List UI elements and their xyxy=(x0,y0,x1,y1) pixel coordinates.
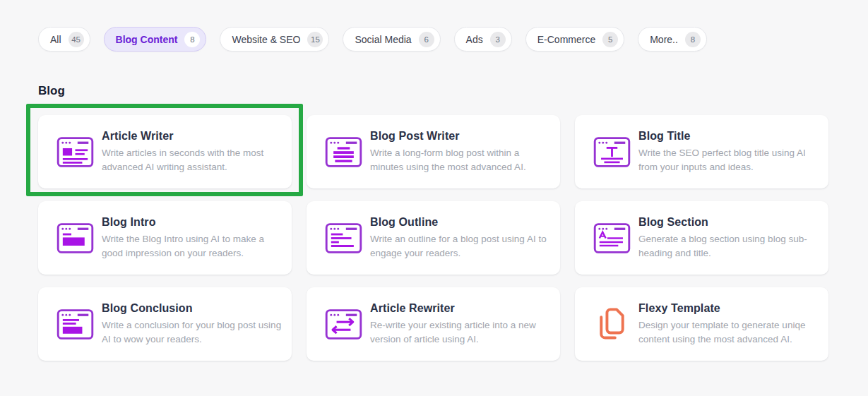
flexy-template-icon xyxy=(593,306,631,342)
card-flexy-template[interactable]: Flexy Template Design your template to g… xyxy=(575,287,828,361)
tab-ecommerce[interactable]: E-Commerce 5 xyxy=(525,27,624,52)
card-article-writer[interactable]: Article Writer Write articles in seconds… xyxy=(38,115,292,188)
tab-label: Social Media xyxy=(355,34,411,45)
tab-label: Website & SEO xyxy=(232,34,300,45)
card-description: Re-write your existing article into a ne… xyxy=(370,318,555,347)
card-description: Write the Blog Intro using AI to make a … xyxy=(102,232,287,260)
tab-label: Blog Content xyxy=(116,34,178,45)
card-text: Blog Post Writer Write a long-form blog … xyxy=(370,130,555,174)
section-heading-blog: Blog xyxy=(38,84,65,98)
tab-website-seo[interactable]: Website & SEO 15 xyxy=(220,27,329,52)
tab-label: All xyxy=(50,34,61,45)
card-description: Write the SEO perfect blog title using A… xyxy=(638,146,824,174)
card-blog-title[interactable]: Blog Title Write the SEO perfect blog ti… xyxy=(575,115,828,188)
card-title: Blog Title xyxy=(638,130,824,143)
blog-conclusion-icon xyxy=(57,308,94,341)
card-title: Blog Intro xyxy=(102,216,287,229)
tab-more[interactable]: More.. 8 xyxy=(638,27,707,52)
card-blog-section[interactable]: Blog Section Generate a blog section usi… xyxy=(575,201,828,275)
tab-count-badge: 5 xyxy=(602,32,618,47)
card-article-rewriter[interactable]: Article Rewriter Re-write your existing … xyxy=(307,287,560,361)
tab-count-badge: 6 xyxy=(419,32,434,47)
tab-social-media[interactable]: Social Media 6 xyxy=(343,27,440,52)
tool-card-grid: Article Writer Write articles in seconds… xyxy=(38,115,828,361)
tab-ads[interactable]: Ads 3 xyxy=(454,27,512,52)
article-rewriter-icon xyxy=(325,308,362,341)
card-text: Article Rewriter Re-write your existing … xyxy=(370,302,555,347)
card-title: Blog Section xyxy=(638,216,824,229)
card-blog-intro[interactable]: Blog Intro Write the Blog Intro using AI… xyxy=(38,201,292,275)
card-title: Blog Conclusion xyxy=(102,302,287,315)
card-description: Write a long-form blog post within a min… xyxy=(370,146,555,174)
card-text: Blog Intro Write the Blog Intro using AI… xyxy=(102,216,287,260)
card-text: Blog Conclusion Write a conclusion for y… xyxy=(102,302,287,347)
card-text: Blog Outline Write an outline for a blog… xyxy=(370,216,555,260)
blog-post-writer-icon xyxy=(325,136,362,169)
tab-count-badge: 3 xyxy=(490,32,506,47)
card-text: Blog Section Generate a blog section usi… xyxy=(638,216,824,260)
card-text: Flexy Template Design your template to g… xyxy=(638,302,824,347)
article-writer-icon xyxy=(57,136,94,169)
card-text: Article Writer Write articles in seconds… xyxy=(102,130,287,174)
card-description: Generate a blog section using blog sub-h… xyxy=(638,232,824,260)
blog-section-icon xyxy=(593,222,631,255)
blog-title-icon xyxy=(593,136,631,169)
tab-label: Ads xyxy=(466,34,483,45)
tab-label: E-Commerce xyxy=(537,34,595,45)
tab-count-badge: 8 xyxy=(184,32,200,47)
card-description: Write articles in seconds with the most … xyxy=(102,146,287,174)
blog-outline-icon xyxy=(325,222,362,255)
tab-count-badge: 15 xyxy=(307,32,323,47)
card-blog-post-writer[interactable]: Blog Post Writer Write a long-form blog … xyxy=(307,115,560,188)
tab-all[interactable]: All 45 xyxy=(38,27,90,52)
card-title: Blog Outline xyxy=(370,216,555,229)
tab-label: More.. xyxy=(650,34,678,45)
card-blog-conclusion[interactable]: Blog Conclusion Write a conclusion for y… xyxy=(38,287,292,361)
blog-intro-icon xyxy=(57,222,94,255)
card-title: Blog Post Writer xyxy=(370,130,555,143)
tab-count-badge: 45 xyxy=(69,32,84,47)
card-description: Design your template to generate uniqe c… xyxy=(638,318,824,347)
card-title: Flexy Template xyxy=(638,302,824,315)
card-title: Article Writer xyxy=(102,130,287,143)
card-description: Write an outline for a blog post using A… xyxy=(370,232,555,260)
card-title: Article Rewriter xyxy=(370,302,555,315)
tab-blog-content[interactable]: Blog Content 8 xyxy=(104,27,207,52)
card-description: Write a conclusion for your blog post us… xyxy=(102,318,287,347)
card-blog-outline[interactable]: Blog Outline Write an outline for a blog… xyxy=(307,201,560,275)
filter-tab-bar: All 45 Blog Content 8 Website & SEO 15 S… xyxy=(38,27,707,52)
card-text: Blog Title Write the SEO perfect blog ti… xyxy=(638,130,824,174)
tab-count-badge: 8 xyxy=(685,32,701,47)
